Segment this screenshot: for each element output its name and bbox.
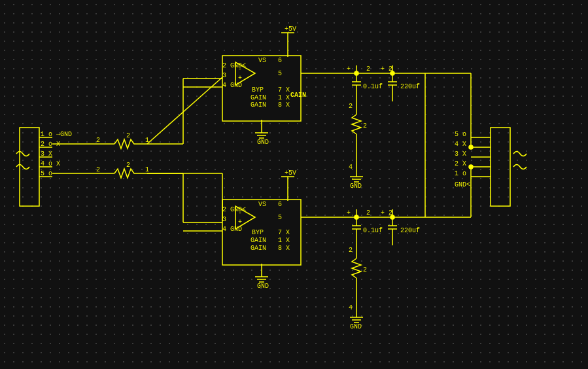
bot-cap2-plus: + 2 (381, 209, 392, 217)
bottom-5v-label: +5V (285, 169, 296, 177)
top-5v-label: +5V (285, 26, 296, 33)
right-conn-pin5: 5 o (455, 131, 466, 138)
junction-right1 (469, 145, 473, 149)
right-conn-pin1: 1 o (455, 170, 466, 177)
top-cap1-label: 0.1uf (363, 83, 383, 90)
top-ic-byp-label: BYP (252, 86, 264, 94)
bottom-gnd-label: GND (257, 283, 269, 290)
bottom-pin5: 5 (278, 214, 282, 221)
bot-vres-pin2: 2 (349, 247, 353, 254)
bot-vgnd-label: GND (350, 323, 362, 330)
top-vres-pin4: 4 (349, 164, 353, 171)
right-wave-symbol2 (513, 165, 527, 169)
top-cap2-label: 220uf (400, 83, 420, 90)
right-conn-pin2: 2 X (455, 160, 466, 167)
bot-vres-symbol (352, 258, 361, 278)
bot-cap1-pin2: 2 (366, 209, 370, 217)
top-vres-label: 2 (363, 122, 367, 130)
right-gnd-label: GND< (455, 181, 470, 188)
top-pin5: 5 (278, 70, 282, 77)
top-gnd-pin2: 2 GND< (222, 62, 246, 69)
left-conn-pin4: 4 o X (41, 160, 60, 167)
bottom-pin6: 6 (278, 201, 282, 208)
left-wave-symbol2 (16, 165, 29, 169)
top-opamp-plus: + (238, 75, 242, 82)
left-conn-pin1: 1 o →GND (41, 131, 72, 138)
bottom-pin4-gnd: 4 GND (222, 226, 242, 233)
top-pin3: 3 (222, 72, 226, 79)
bottom-ic-gain2-label: GAIN (251, 245, 266, 252)
top-pin7: 7 X (278, 86, 290, 94)
left-res-pin2: 2 (96, 137, 100, 144)
bottom-gnd-pin2: 2 GND< (222, 206, 246, 213)
bottom-ic-vs-label: VS (258, 201, 266, 208)
junction-bot1 (355, 215, 358, 219)
left-conn-pin3: 3 X (41, 150, 52, 158)
right-conn-pin4: 4 X (455, 141, 466, 148)
bot-cap1-plus: + (347, 209, 351, 217)
bottom-pin3: 3 (222, 216, 226, 223)
bottom-opamp-plus: + (238, 219, 242, 226)
left-res-pin2b: 2 (96, 166, 100, 173)
bot-vres-label: 2 (363, 266, 367, 273)
top-ic-gain2-label: GAIN (251, 101, 266, 109)
bottom-pin7: 7 X (278, 229, 290, 236)
top-cap1-plus: + (347, 65, 351, 73)
bot-cap2-label: 220uf (400, 227, 420, 234)
bottom-pin8: 8 X (278, 245, 290, 252)
left-wave-symbol (16, 152, 29, 156)
bottom-resistor-label: 2 (126, 162, 130, 169)
bottom-ic-gain1-label: GAIN (251, 237, 266, 244)
cain-label: CAIN (290, 92, 306, 99)
top-ic-vs-label: VS (258, 57, 266, 64)
left-res-pin1-bot: 1 (145, 166, 149, 173)
top-pin6: 6 (278, 57, 282, 64)
top-resistor-symbol (114, 139, 147, 149)
top-ic-gain1-label: GAIN (251, 94, 266, 101)
right-connector (491, 128, 510, 206)
top-cap1-pin2: 2 (366, 65, 370, 73)
junction-bot2 (390, 215, 394, 219)
top-cap2-plus: + 2 (381, 65, 392, 73)
right-conn-pin3: 3 X (455, 150, 466, 158)
bot-vres-pin4: 4 (349, 304, 353, 311)
bottom-ic-byp-label: BYP (252, 229, 264, 236)
top-gnd-label: GND (257, 139, 269, 146)
top-vgnd-label: GND (350, 183, 362, 190)
top-pin8: 8 X (278, 101, 290, 109)
junction-right2 (469, 165, 473, 169)
top-pin4-gnd: 4 GND (222, 82, 242, 89)
bottom-pin1: 1 X (278, 237, 290, 244)
right-wave-symbol (513, 152, 527, 156)
junction-top1 (355, 71, 358, 75)
top-vres-pin2: 2 (349, 103, 353, 110)
junction-top2 (390, 71, 394, 75)
bot-cap1-label: 0.1uf (363, 227, 383, 234)
top-pin1: 1 X (278, 94, 290, 101)
left-conn-pin5: 5 o (41, 170, 52, 177)
top-resistor-label: 2 (126, 132, 130, 139)
left-res-pin1-top: 1 (145, 137, 149, 144)
bottom-resistor-symbol (114, 169, 147, 178)
top-vres-symbol (352, 114, 361, 134)
schematic-diagram: text { font-family: 'Courier New', monos… (0, 0, 588, 369)
